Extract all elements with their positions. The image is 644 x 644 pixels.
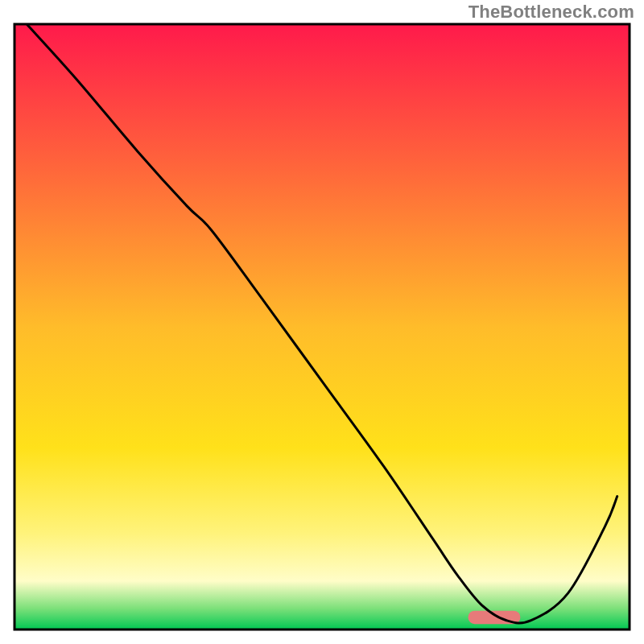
chart-stage: TheBottleneck.com	[0, 0, 644, 644]
bottleneck-chart	[0, 0, 644, 644]
